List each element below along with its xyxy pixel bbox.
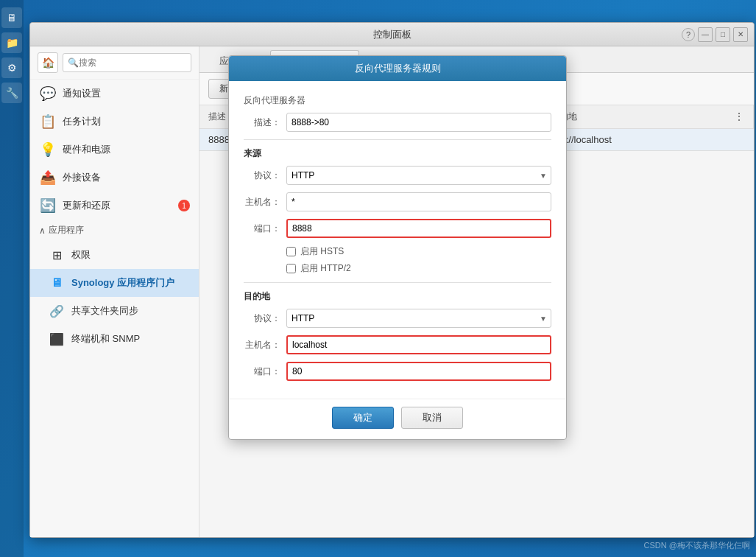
divider-2	[244, 282, 551, 283]
sidebar-item-permission[interactable]: ⊞ 权限	[30, 241, 199, 269]
source-port-label: 端口：	[244, 223, 280, 235]
hardware-icon: 💡	[39, 141, 57, 158]
dest-protocol-label: 协议：	[244, 312, 280, 325]
table-more-icon[interactable]: ⋮	[734, 111, 744, 122]
sidebar-item-label: 共享文件夹同步	[71, 304, 138, 318]
sidebar-item-task[interactable]: 📋 任务计划	[30, 108, 199, 136]
confirm-button[interactable]: 确定	[332, 407, 394, 429]
minimize-button[interactable]: —	[698, 27, 713, 42]
sidebar-item-external[interactable]: 📤 外接设备	[30, 164, 199, 192]
watermark: CSDN @梅不该杀那华化仨啊	[644, 540, 750, 551]
sidebar-item-label: Synology 应用程序门户	[71, 276, 174, 290]
modal-body: 反向代理服务器 描述： 来源 协议： HTTP HTTPS ▼	[229, 81, 566, 399]
group-label: 应用程序	[49, 224, 84, 237]
update-icon: 🔄	[39, 197, 57, 214]
sidebar-item-label: 更新和还原	[63, 199, 110, 212]
app-portal-icon: 🖥	[48, 274, 66, 292]
update-badge: 1	[178, 200, 190, 211]
hsts-label: 启用 HSTS	[300, 245, 344, 258]
destination-section-title: 目的地	[244, 290, 551, 303]
desktop-icon-4[interactable]: 🔧	[1, 83, 22, 103]
desktop: 🖥 📁 ⚙ 🔧 控制面板 ? — □ ✕ 🏠 🔍	[0, 0, 756, 557]
hsts-row: 启用 HSTS	[286, 245, 551, 258]
http2-label: 启用 HTTP/2	[300, 262, 351, 275]
sidebar-item-hardware[interactable]: 💡 硬件和电源	[30, 136, 199, 164]
sidebar-item-label: 通知设置	[63, 87, 101, 100]
source-protocol-select[interactable]: HTTP HTTPS	[286, 166, 551, 185]
search-input[interactable]	[79, 57, 186, 68]
desktop-icon-3[interactable]: ⚙	[1, 57, 22, 78]
http2-row: 启用 HTTP/2	[286, 262, 551, 275]
desktop-icons: 🖥 📁 ⚙ 🔧	[0, 0, 24, 557]
modal-title: 反向代理服务器规则	[229, 56, 566, 81]
source-port-row: 端口：	[244, 219, 551, 238]
home-button[interactable]: 🏠	[38, 52, 58, 73]
hsts-checkbox[interactable]	[286, 247, 296, 256]
sidebar-item-notification[interactable]: 💬 通知设置	[30, 80, 199, 108]
window-title: 控制面板	[373, 28, 411, 41]
external-icon: 📤	[39, 169, 57, 186]
permission-icon: ⊞	[48, 246, 66, 264]
modal-footer: 确定 取消	[229, 399, 566, 439]
sidebar-item-label: 终端机和 SNMP	[71, 332, 140, 346]
help-button[interactable]: ?	[682, 28, 695, 41]
dest-hostname-input[interactable]	[286, 335, 551, 354]
dest-protocol-select-wrap: HTTP HTTPS ▼	[286, 309, 551, 328]
source-section-title: 来源	[244, 147, 551, 160]
source-hostname-label: 主机名：	[244, 196, 280, 209]
source-hostname-row: 主机名：	[244, 192, 551, 211]
notification-icon: 💬	[39, 85, 57, 102]
title-bar-controls: ? — □ ✕	[682, 27, 748, 42]
sidebar-group-apps[interactable]: ∧ 应用程序	[30, 220, 199, 241]
dest-port-label: 端口：	[244, 365, 280, 378]
source-protocol-label: 协议：	[244, 169, 280, 182]
dest-port-input[interactable]	[286, 362, 551, 381]
sidebar-item-share-sync[interactable]: 🔗 共享文件夹同步	[30, 297, 199, 325]
group-arrow-icon: ∧	[39, 225, 46, 236]
task-icon: 📋	[39, 113, 57, 130]
sidebar-item-label: 外接设备	[63, 171, 101, 184]
search-input-wrap: 🔍	[63, 53, 191, 72]
dest-protocol-row: 协议： HTTP HTTPS ▼	[244, 309, 551, 328]
cell-destination: http://localhost	[541, 129, 754, 151]
source-protocol-select-wrap: HTTP HTTPS ▼	[286, 166, 551, 185]
http2-checkbox[interactable]	[286, 264, 296, 273]
dest-port-row: 端口：	[244, 362, 551, 381]
source-port-input[interactable]	[286, 219, 551, 238]
maximize-button[interactable]: □	[716, 27, 730, 42]
sidebar-item-label: 权限	[71, 248, 91, 262]
sidebar-search-area: 🏠 🔍	[30, 46, 199, 80]
title-bar: 控制面板 ? — □ ✕	[30, 23, 754, 46]
cancel-button[interactable]: 取消	[401, 407, 463, 429]
sidebar-item-label: 硬件和电源	[63, 143, 110, 156]
desktop-icon-2[interactable]: 📁	[1, 32, 22, 53]
share-sync-icon: 🔗	[48, 302, 66, 320]
source-hostname-input[interactable]	[286, 192, 551, 211]
divider-1	[244, 139, 551, 140]
description-row: 描述：	[244, 113, 551, 132]
source-protocol-row: 协议： HTTP HTTPS ▼	[244, 166, 551, 185]
dest-hostname-label: 主机名：	[244, 339, 280, 351]
close-button[interactable]: ✕	[733, 27, 748, 42]
description-input[interactable]	[286, 113, 551, 132]
search-icon: 🔍	[68, 57, 79, 68]
sidebar: 🏠 🔍 💬 通知设置 📋 任务计划 💡 硬件	[30, 46, 199, 537]
reverse-proxy-modal: 反向代理服务器规则 反向代理服务器 描述： 来源 协议： HTTP HTTPS	[228, 55, 567, 440]
description-label: 描述：	[244, 116, 280, 129]
sidebar-item-label: 任务计划	[63, 115, 101, 128]
terminal-icon: ⬛	[48, 330, 66, 348]
col-destination: 目的地 ⋮	[541, 105, 754, 129]
sidebar-item-terminal-snmp[interactable]: ⬛ 终端机和 SNMP	[30, 325, 199, 353]
dest-protocol-select[interactable]: HTTP HTTPS	[286, 309, 551, 328]
sidebar-item-update[interactable]: 🔄 更新和还原 1	[30, 192, 199, 220]
dest-hostname-row: 主机名：	[244, 335, 551, 354]
desktop-icon-1[interactable]: 🖥	[1, 7, 22, 28]
proxy-section-label: 反向代理服务器	[244, 94, 551, 107]
sidebar-item-app-portal[interactable]: 🖥 Synology 应用程序门户	[30, 269, 199, 297]
